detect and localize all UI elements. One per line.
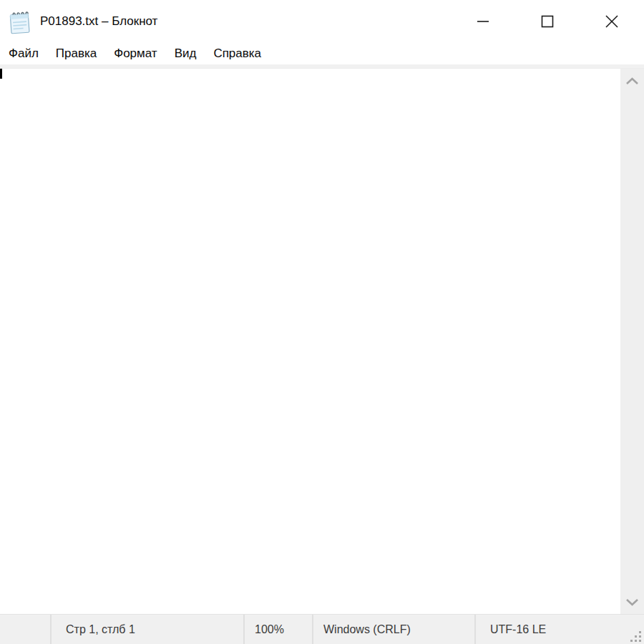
status-bar: Стр 1, стлб 1 100% Windows (CRLF) UTF-16… xyxy=(0,614,644,644)
text-caret xyxy=(0,69,2,79)
window-title: P01893.txt – Блокнот xyxy=(40,14,157,29)
menu-edit[interactable]: Правка xyxy=(47,43,105,64)
status-cursor-position: Стр 1, стлб 1 xyxy=(50,615,243,644)
vertical-scrollbar[interactable] xyxy=(620,69,644,614)
menu-view[interactable]: Вид xyxy=(166,43,205,64)
menu-file[interactable]: Файл xyxy=(0,43,47,64)
chevron-up-icon xyxy=(625,77,639,85)
minimize-icon xyxy=(476,14,490,29)
scroll-up-button[interactable] xyxy=(620,69,644,93)
text-editor-area[interactable] xyxy=(0,69,620,614)
status-encoding: UTF-16 LE xyxy=(474,615,644,644)
title-bar: P01893.txt – Блокнот xyxy=(0,0,644,43)
menu-format[interactable]: Формат xyxy=(105,43,165,64)
menu-bar: Файл Правка Формат Вид Справка xyxy=(0,43,644,64)
notepad-icon xyxy=(9,10,31,34)
status-line-ending: Windows (CRLF) xyxy=(312,615,474,644)
window-controls xyxy=(451,0,644,43)
scroll-down-button[interactable] xyxy=(620,590,644,614)
status-blank-section xyxy=(0,615,50,644)
close-button[interactable] xyxy=(580,0,644,43)
close-icon xyxy=(605,14,619,29)
maximize-icon xyxy=(540,14,555,29)
status-zoom-level: 100% xyxy=(243,615,312,644)
menu-help[interactable]: Справка xyxy=(205,43,270,64)
minimize-button[interactable] xyxy=(451,0,515,43)
resize-grip-icon xyxy=(630,631,642,643)
maximize-button[interactable] xyxy=(515,0,580,43)
chevron-down-icon xyxy=(625,598,639,606)
